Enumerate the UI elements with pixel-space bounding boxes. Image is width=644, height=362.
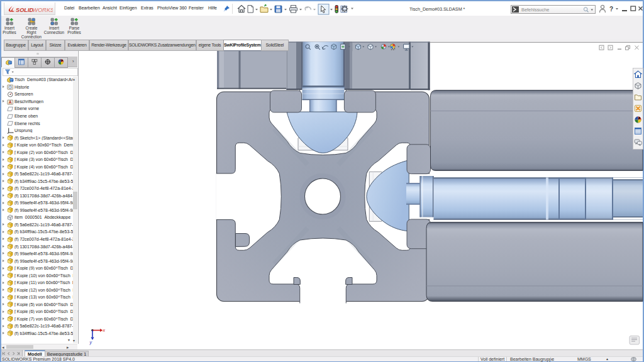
svg-text:WORKS: WORKS [33, 7, 53, 13]
svg-text:x: x [103, 328, 106, 332]
svg-text:SOLID: SOLID [16, 7, 33, 13]
svg-text:?: ? [609, 6, 613, 13]
svg-text:y: y [89, 340, 92, 345]
